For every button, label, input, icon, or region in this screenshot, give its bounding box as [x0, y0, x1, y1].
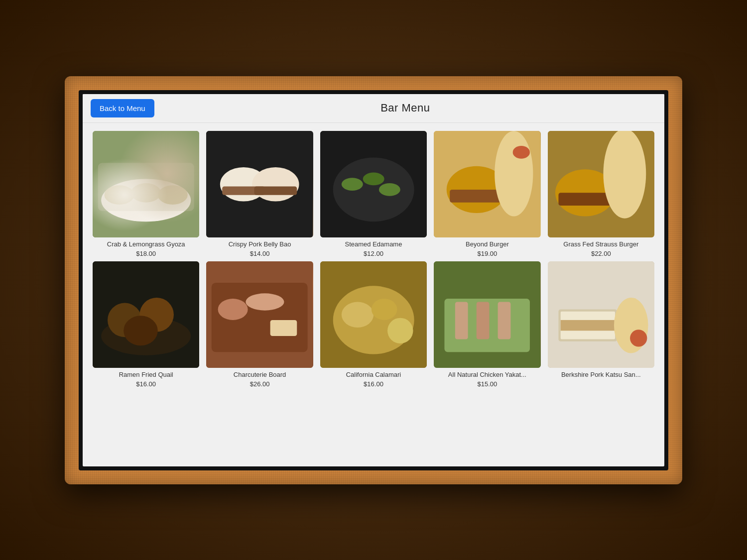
menu-grid: Crab & Lemongrass Gyoza $18.00 Crispy Po… — [93, 131, 654, 388]
item-name: Charcuterie Board — [234, 371, 286, 379]
svg-rect-48 — [560, 320, 615, 331]
item-price: $16.00 — [364, 380, 383, 388]
menu-item-strauss-burger[interactable]: Grass Fed Strauss Burger $22.00 — [548, 131, 654, 257]
item-name: All Natural Chicken Yakat... — [448, 371, 526, 379]
item-image — [206, 261, 313, 368]
svg-rect-43 — [477, 302, 490, 339]
menu-item-edamame[interactable]: Steamed Edamame $12.00 — [320, 131, 427, 257]
svg-point-4 — [158, 185, 188, 205]
svg-point-3 — [131, 183, 161, 203]
svg-point-2 — [105, 185, 134, 205]
svg-point-24 — [603, 131, 646, 219]
svg-point-33 — [246, 293, 284, 310]
svg-point-1 — [101, 179, 191, 222]
svg-point-50 — [630, 330, 647, 346]
item-image — [206, 131, 313, 237]
svg-point-32 — [218, 299, 248, 320]
item-image — [434, 131, 540, 237]
item-price: $19.00 — [478, 250, 498, 257]
menu-item-charcuterie[interactable]: Charcuterie Board $26.00 — [206, 261, 313, 388]
menu-item-quail[interactable]: Ramen Fried Quail $16.00 — [93, 261, 199, 388]
item-name: Crab & Lemongrass Gyoza — [107, 240, 185, 249]
header: Back to Menu Bar Menu — [83, 94, 664, 123]
svg-point-38 — [372, 299, 397, 320]
item-price: $16.00 — [136, 380, 156, 388]
item-price: $14.00 — [250, 250, 270, 257]
back-to-menu-button[interactable]: Back to Menu — [91, 99, 154, 117]
item-image — [93, 261, 199, 368]
item-price: $26.00 — [250, 380, 270, 388]
item-price: $22.00 — [591, 250, 611, 257]
item-name: Crispy Pork Belly Bao — [229, 240, 291, 249]
menu-item-bao[interactable]: Crispy Pork Belly Bao $14.00 — [206, 131, 313, 257]
svg-point-20 — [513, 146, 530, 159]
screen-bezel: Back to Menu Bar Menu Crab & Lemongrass … — [79, 90, 668, 470]
svg-point-14 — [363, 172, 384, 185]
svg-point-29 — [124, 316, 158, 345]
item-price: $15.00 — [478, 380, 498, 388]
svg-rect-44 — [498, 302, 511, 339]
svg-rect-5 — [98, 163, 194, 211]
svg-rect-34 — [270, 320, 297, 336]
item-name: Grass Fed Strauss Burger — [563, 240, 638, 249]
svg-point-8 — [252, 167, 299, 201]
tablet-frame: Back to Menu Bar Menu Crab & Lemongrass … — [65, 76, 682, 484]
item-image — [93, 131, 199, 237]
item-image — [548, 261, 654, 368]
svg-rect-18 — [450, 189, 503, 202]
menu-item-chicken[interactable]: All Natural Chicken Yakat... $15.00 — [434, 261, 540, 388]
menu-content: Crab & Lemongrass Gyoza $18.00 Crispy Po… — [83, 123, 664, 466]
page-title: Bar Menu — [154, 102, 656, 114]
svg-rect-23 — [558, 193, 612, 206]
item-image — [320, 261, 427, 368]
screen: Back to Menu Bar Menu Crab & Lemongrass … — [83, 94, 664, 466]
item-image — [320, 131, 427, 237]
svg-point-37 — [342, 302, 374, 327]
svg-point-13 — [342, 178, 363, 191]
item-image — [548, 131, 654, 237]
menu-item-gyoza[interactable]: Crab & Lemongrass Gyoza $18.00 — [93, 131, 199, 257]
item-price: $18.00 — [136, 250, 156, 257]
svg-rect-10 — [254, 186, 297, 195]
item-name: Steamed Edamame — [345, 240, 402, 249]
menu-item-pork-katsu[interactable]: Berkshire Pork Katsu San... — [548, 261, 654, 388]
item-image — [434, 261, 540, 368]
svg-point-12 — [333, 157, 414, 222]
item-price: $12.00 — [364, 250, 383, 257]
item-name: Beyond Burger — [466, 240, 509, 249]
item-name: Berkshire Pork Katsu San... — [561, 371, 641, 379]
svg-rect-42 — [455, 302, 468, 339]
svg-rect-0 — [93, 131, 199, 237]
item-name: Ramen Fried Quail — [119, 371, 173, 379]
item-name: California Calamari — [346, 371, 401, 379]
svg-point-39 — [387, 318, 413, 343]
menu-item-beyond-burger[interactable]: Beyond Burger $19.00 — [434, 131, 540, 257]
svg-point-19 — [495, 131, 533, 217]
menu-item-calamari[interactable]: California Calamari $16.00 — [320, 261, 427, 388]
svg-point-15 — [379, 183, 400, 196]
